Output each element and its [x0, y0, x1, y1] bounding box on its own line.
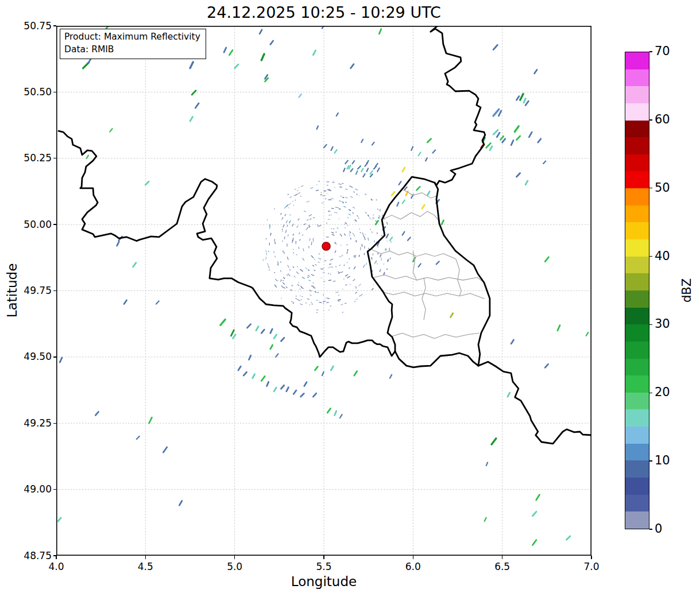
clutter-speckle	[368, 215, 369, 216]
clutter-speckle	[376, 261, 376, 263]
country-border	[435, 183, 490, 366]
y-tick-mark	[53, 92, 57, 92]
clutter-speckle	[353, 192, 355, 192]
radar-echo	[351, 169, 353, 172]
district-border	[374, 275, 485, 283]
radar-echo	[411, 147, 413, 150]
clutter-speckle	[298, 193, 300, 194]
colorbar-tick-mark	[649, 188, 652, 188]
clutter-speckle	[341, 272, 343, 273]
radar-location-marker	[322, 242, 330, 250]
radar-echo	[315, 367, 318, 370]
clutter-speckle	[364, 253, 365, 255]
radar-echo	[270, 345, 273, 349]
clutter-speckle	[292, 201, 293, 201]
radar-echo	[345, 161, 347, 164]
radar-echo	[532, 540, 536, 545]
clutter-speckle	[345, 223, 347, 224]
clutter-speckle	[310, 238, 310, 241]
clutter-speckle	[311, 255, 314, 258]
clutter-speckle	[330, 190, 331, 191]
clutter-speckle	[277, 261, 279, 263]
clutter-speckle	[308, 219, 309, 220]
radar-echo	[524, 99, 525, 103]
clutter-speckle	[300, 304, 303, 305]
clutter-speckle	[313, 240, 314, 242]
data-source: Data: RMIB	[64, 44, 200, 56]
colorbar-segment	[625, 342, 649, 359]
clutter-speckle	[269, 270, 270, 270]
radar-echo	[340, 414, 342, 418]
clutter-speckle	[274, 208, 275, 209]
colorbar-segment	[625, 121, 649, 138]
clutter-speckle	[321, 192, 322, 193]
clutter-speckle	[342, 183, 343, 184]
clutter-speckle	[331, 199, 334, 199]
radar-echo	[363, 174, 365, 177]
colorbar-segment	[625, 154, 649, 172]
y-tick-mark	[53, 224, 57, 224]
radar-echo	[270, 329, 272, 333]
radar-echo	[331, 147, 332, 150]
radar-figure: 24.12.2025 10:25 - 10:29 UTC Product: Ma…	[0, 0, 700, 597]
clutter-speckle	[318, 225, 321, 226]
radar-echo	[403, 168, 405, 172]
clutter-speckle	[331, 215, 332, 215]
clutter-speckle	[335, 242, 335, 243]
radar-echo	[281, 385, 284, 389]
clutter-speckle	[347, 251, 347, 254]
clutter-speckle	[283, 280, 284, 281]
clutter-speckle	[349, 268, 350, 269]
clutter-speckle	[323, 268, 324, 268]
y-tick-mark	[53, 356, 57, 357]
radar-echo	[517, 96, 519, 100]
x-tick-label: 6.5	[485, 561, 520, 572]
radar-echo	[390, 375, 392, 378]
clutter-speckle	[338, 184, 342, 184]
clutter-speckle	[365, 212, 366, 214]
clutter-speckle	[317, 224, 318, 225]
clutter-speckle	[328, 280, 331, 281]
colorbar	[625, 52, 649, 529]
radar-echo	[358, 166, 361, 169]
radar-echo	[356, 171, 357, 174]
colorbar-segment	[625, 290, 649, 308]
clutter-speckle	[268, 266, 269, 268]
clutter-speckle	[311, 286, 314, 286]
x-tick-mark	[591, 556, 591, 559]
clutter-speckle	[325, 199, 326, 199]
colorbar-tick-mark	[649, 256, 652, 257]
clutter-speckle	[300, 300, 301, 300]
y-tick-mark	[53, 158, 57, 158]
clutter-speckle	[373, 253, 373, 255]
clutter-speckle	[376, 200, 377, 200]
clutter-speckle	[297, 190, 299, 191]
clutter-speckle	[287, 257, 288, 259]
radar-echo	[492, 439, 496, 444]
radar-echo	[229, 50, 233, 55]
clutter-speckle	[308, 280, 310, 281]
y-tick-mark	[53, 290, 57, 291]
y-tick-label: 49.50	[17, 351, 52, 362]
radar-echo	[408, 238, 411, 241]
radar-echo	[404, 187, 407, 190]
clutter-speckle	[347, 245, 348, 245]
district-border	[383, 211, 440, 222]
radar-echo	[335, 150, 337, 153]
clutter-speckle	[365, 234, 366, 235]
radar-echo	[190, 117, 193, 121]
radar-echo	[179, 501, 182, 506]
clutter-speckle	[314, 259, 315, 259]
clutter-speckle	[292, 285, 293, 286]
radar-echo	[493, 130, 498, 134]
colorbar-segment	[625, 375, 649, 393]
clutter-speckle	[293, 266, 294, 268]
radar-echo	[508, 393, 510, 397]
clutter-speckle	[310, 218, 311, 219]
clutter-speckle	[281, 298, 282, 298]
colorbar-segment	[625, 86, 649, 103]
clutter-speckle	[380, 255, 381, 258]
radar-echo	[117, 242, 119, 246]
clutter-speckle	[347, 225, 348, 226]
clutter-speckle	[296, 296, 297, 296]
